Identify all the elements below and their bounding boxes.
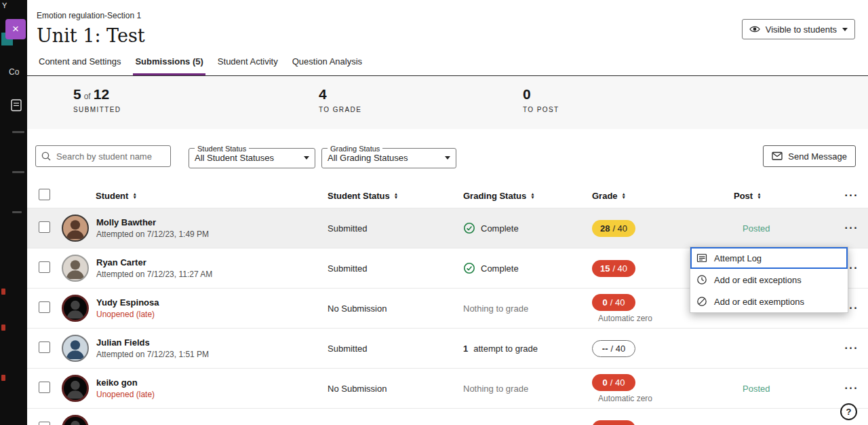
chevron-down-icon: [842, 28, 848, 31]
tab-submissions[interactable]: Submissions (5): [133, 56, 205, 75]
student-subtitle: Attempted on 7/12/23, 1:51 PM: [96, 350, 209, 359]
clipped-text: Co: [9, 67, 19, 77]
grade-value: --: [602, 344, 608, 354]
student-name[interactable]: Ryan Carter: [96, 257, 212, 267]
student-status-dropdown-label: Student Status: [195, 145, 249, 153]
close-icon: ×: [12, 22, 19, 35]
complete-check-icon: [463, 222, 475, 234]
stat-to-grade: 4 TO GRADE: [319, 86, 361, 113]
grading-status: Complete: [481, 263, 519, 274]
avatar: [62, 295, 89, 322]
grade-note: Automatic zero: [598, 394, 652, 403]
sort-icon[interactable]: ▲▼: [394, 192, 398, 199]
tab-question-analysis[interactable]: Question Analysis: [290, 56, 364, 75]
grading-status-cell: Complete: [463, 222, 592, 234]
student-subtitle: Attempted on 7/12/23, 1:49 PM: [96, 229, 209, 239]
post-status[interactable]: Posted: [731, 384, 840, 394]
grade-total: / 40: [610, 297, 625, 308]
grade-pill[interactable]: 0 / 40: [592, 294, 635, 311]
stat-to-post-label: TO POST: [523, 106, 559, 113]
sort-icon[interactable]: ▲▼: [622, 192, 626, 199]
sort-icon[interactable]: ▲▼: [132, 192, 136, 199]
avatar: [62, 335, 89, 362]
grade-pill[interactable]: 15 / 40: [592, 260, 635, 277]
underlying-page-strip: Y × Co: [0, 0, 27, 425]
grade-value: 15: [600, 263, 610, 274]
table-row[interactable]: Molly Bawther Attempted on 7/12/23, 1:49…: [27, 208, 868, 248]
stat-to-post: 0 TO POST: [523, 86, 559, 113]
tab-bar: Content and Settings Submissions (5) Stu…: [27, 46, 868, 76]
grade-pill[interactable]: -- / 40: [592, 340, 635, 357]
table-row[interactable]: [27, 408, 868, 425]
column-header-student[interactable]: Student ▲▼: [62, 191, 328, 201]
stat-to-grade-label: TO GRADE: [319, 106, 361, 113]
student-status-dropdown[interactable]: Student Status All Student Statuses: [189, 145, 315, 168]
student-name[interactable]: Yudy Espinosa: [96, 297, 159, 308]
row-more-button[interactable]: ···: [840, 382, 859, 394]
table-row[interactable]: Julian Fields Attempted on 7/12/23, 1:51…: [27, 328, 868, 368]
grading-status-cell: Complete: [463, 262, 592, 274]
column-header-grade[interactable]: Grade ▲▼: [592, 191, 731, 201]
table-options-button[interactable]: ···: [840, 189, 859, 202]
clipped-icon: [12, 211, 22, 213]
grade-pill[interactable]: [592, 420, 635, 425]
stat-submitted: 5of12 SUBMITTED: [73, 86, 121, 113]
grade-total: / 40: [612, 223, 627, 234]
grade-pill[interactable]: 28 / 40: [592, 220, 635, 237]
grading-status-dropdown-value: All Grading Statuses: [328, 153, 408, 163]
row-checkbox[interactable]: [39, 422, 50, 425]
table-header-row: Student ▲▼ Student Status ▲▼ Grading Sta…: [27, 183, 868, 208]
clipped-red-fragment: [1, 325, 5, 331]
row-checkbox[interactable]: [39, 221, 50, 233]
stat-submitted-connector: of: [84, 92, 91, 101]
search-input[interactable]: [35, 145, 171, 167]
student-status: No Submission: [328, 303, 463, 314]
close-panel-button[interactable]: ×: [5, 19, 26, 39]
sort-down-icon: ▼: [530, 196, 534, 199]
column-header-grading-status[interactable]: Grading Status ▲▼: [463, 191, 592, 201]
row-more-button[interactable]: ···: [840, 222, 859, 234]
grade-value: 0: [603, 377, 608, 388]
sort-down-icon: ▼: [394, 196, 398, 199]
row-checkbox[interactable]: [39, 341, 50, 353]
grading-status-cell: Nothing to grade: [463, 384, 592, 394]
row-checkbox[interactable]: [39, 301, 50, 313]
student-name[interactable]: keiko gon: [96, 377, 155, 388]
menu-item-exemptions[interactable]: Add or edit exemptions: [690, 291, 848, 312]
row-context-menu: Attempt Log Add or edit exceptions Add o…: [690, 246, 848, 313]
clipped-red-fragment: [1, 375, 5, 381]
tab-content-and-settings[interactable]: Content and Settings: [37, 56, 123, 75]
send-message-button[interactable]: Send Message: [763, 145, 856, 167]
sort-down-icon: ▼: [132, 196, 136, 199]
sort-icon[interactable]: ▲▼: [530, 192, 534, 199]
student-name[interactable]: Julian Fields: [96, 337, 209, 348]
column-header-post[interactable]: Post ▲▼: [731, 191, 840, 201]
stat-submitted-label: SUBMITTED: [73, 106, 121, 113]
table-row[interactable]: keiko gon Unopened (late) No Submission …: [27, 368, 868, 408]
menu-item-attempt-log[interactable]: Attempt Log: [690, 247, 848, 269]
student-status: Submitted: [328, 223, 463, 234]
visibility-dropdown-button[interactable]: Visible to students: [742, 19, 855, 39]
post-status[interactable]: Posted: [731, 223, 840, 234]
row-checkbox[interactable]: [39, 261, 50, 273]
eye-icon: [749, 24, 760, 35]
grading-status-dropdown[interactable]: Grading Status All Grading Statuses: [321, 145, 456, 168]
grade-total: / 40: [610, 344, 625, 354]
tab-student-activity[interactable]: Student Activity: [216, 56, 280, 75]
column-header-student-status[interactable]: Student Status ▲▼: [328, 191, 463, 201]
row-checkbox[interactable]: [39, 382, 50, 393]
attempt-log-icon: [696, 253, 707, 263]
select-all-checkbox[interactable]: [39, 189, 50, 200]
grade-pill[interactable]: 0 / 40: [592, 374, 635, 391]
sort-icon[interactable]: ▲▼: [757, 192, 761, 199]
help-button[interactable]: ?: [840, 403, 857, 420]
student-name[interactable]: Molly Bawther: [96, 217, 209, 227]
clipped-icon: [12, 131, 24, 133]
avatar: [62, 415, 89, 425]
menu-item-exceptions[interactable]: Add or edit exceptions: [690, 269, 848, 291]
visibility-label: Visible to students: [766, 24, 837, 35]
grade-total: / 40: [612, 263, 627, 274]
clipped-red-fragment: [1, 289, 5, 295]
grade-value: 28: [600, 223, 610, 234]
row-more-button[interactable]: ···: [840, 342, 859, 354]
